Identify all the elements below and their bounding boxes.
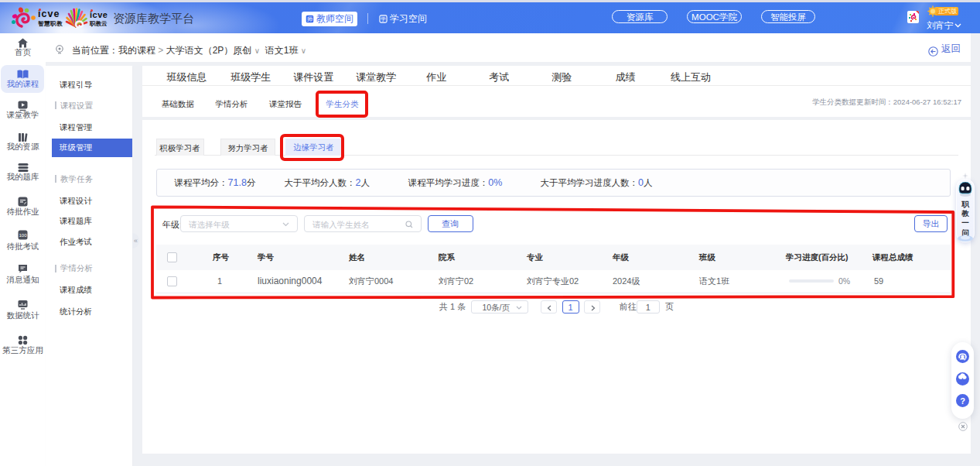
svg-text:?: ? bbox=[960, 396, 965, 406]
svg-text:100: 100 bbox=[19, 233, 27, 238]
svg-text:学: 学 bbox=[381, 16, 386, 22]
svg-text:师: 师 bbox=[307, 15, 313, 22]
